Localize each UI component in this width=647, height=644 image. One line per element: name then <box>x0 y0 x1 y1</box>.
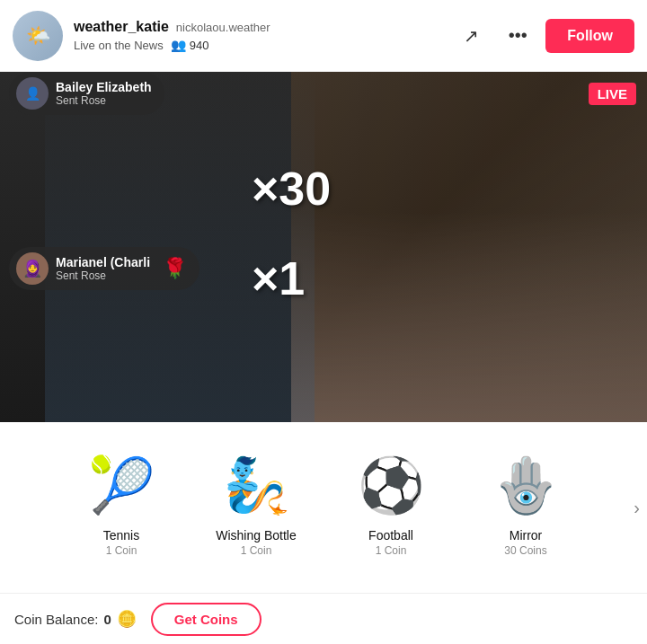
coin-balance-label: Coin Balance: <box>14 612 98 627</box>
multiplier-30: ×30 <box>252 162 331 216</box>
follow-button[interactable]: Follow <box>545 19 634 53</box>
stream-container: LIVE 👤 Bailey Elizabeth Sent Rose 🧕 Mari… <box>0 72 647 422</box>
gift-cost-0: 1 Coin <box>106 544 137 557</box>
rose-emoji: 🌹 <box>163 257 187 280</box>
stream-scene <box>291 72 647 422</box>
gift-icon-2: ⚽ <box>355 449 427 521</box>
get-coins-button[interactable]: Get Coins <box>151 603 261 636</box>
gift-panel-wrapper: 🎾 Tennis 1 Coin 🧞 Wishing Bottle 1 Coin … <box>0 422 647 593</box>
username: weather_katie <box>74 19 169 35</box>
gift-arrow-right[interactable]: › <box>634 498 640 518</box>
share-button[interactable]: ↗ <box>452 17 490 55</box>
header: 🌤️ weather_katie nickolaou.weather Live … <box>0 0 647 72</box>
gift-name-1: Wishing Bottle <box>216 528 296 543</box>
more-icon: ••• <box>509 25 527 46</box>
gift-panel: 🎾 Tennis 1 Coin 🧞 Wishing Bottle 1 Coin … <box>0 422 647 593</box>
gift-notification-2: 🧕 Marianel (Charli Sent Rose 🌹 <box>9 247 199 290</box>
gift-cost-2: 1 Coin <box>376 544 407 557</box>
share-icon: ↗ <box>464 25 479 47</box>
gift-notification-1: 👤 Bailey Elizabeth Sent Rose <box>9 72 164 115</box>
live-status: Live on the News <box>74 39 164 52</box>
gift-name-0: Tennis <box>103 528 139 543</box>
gift-item-1[interactable]: 🧞 Wishing Bottle 1 Coin <box>189 440 324 566</box>
gift-icon-0: 🎾 <box>85 449 157 521</box>
notif2-name: Marianel (Charli <box>56 255 150 269</box>
gift-name-2: Football <box>368 528 413 543</box>
gift-cost-3: 30 Coins <box>504 544 546 557</box>
header-info: weather_katie nickolaou.weather Live on … <box>74 19 452 52</box>
notif2-avatar: 🧕 <box>16 252 49 285</box>
notif2-action: Sent Rose <box>56 269 150 282</box>
footer: Coin Balance: 0 🪙 Get Coins <box>0 593 647 644</box>
gift-icon-1: 🧞 <box>220 449 292 521</box>
viewer-count: 👥 940 <box>171 38 209 52</box>
gift-name-3: Mirror <box>510 528 543 543</box>
multiplier-1: ×1 <box>252 251 305 305</box>
gift-items: 🎾 Tennis 1 Coin 🧞 Wishing Bottle 1 Coin … <box>9 440 638 566</box>
coin-icon: 🪙 <box>117 609 137 629</box>
gift-item-3[interactable]: 🪬 Mirror 30 Coins <box>458 440 593 566</box>
gift-icon-3: 🪬 <box>490 449 562 521</box>
gift-item-2[interactable]: ⚽ Football 1 Coin <box>324 440 458 566</box>
gift-cost-1: 1 Coin <box>241 544 272 557</box>
notif1-action: Sent Rose <box>56 94 152 107</box>
people-icon: 👥 <box>171 38 186 52</box>
gift-item-0[interactable]: 🎾 Tennis 1 Coin <box>54 440 189 566</box>
more-button[interactable]: ••• <box>499 17 536 55</box>
notif1-avatar: 👤 <box>16 77 49 110</box>
live-badge: LIVE <box>589 83 636 105</box>
header-actions: ↗ ••• Follow <box>452 17 634 55</box>
coin-count: 0 <box>103 612 111 627</box>
display-name: nickolaou.weather <box>176 21 270 34</box>
notif1-name: Bailey Elizabeth <box>56 80 152 94</box>
avatar: 🌤️ <box>13 11 63 61</box>
